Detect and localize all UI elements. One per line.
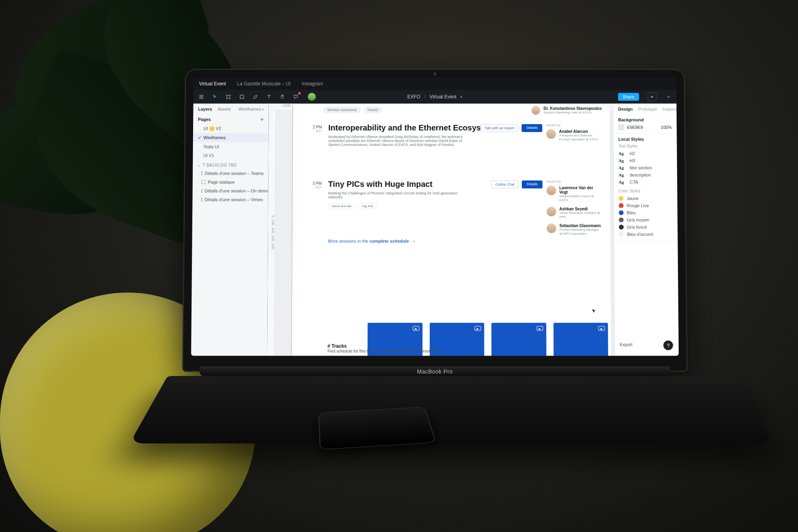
tab-layers[interactable]: Layers (198, 107, 212, 111)
chevron-down-icon: ▾ (262, 108, 264, 111)
color-swatch[interactable] (618, 125, 624, 130)
text-style-item[interactable]: AgH2 (618, 150, 672, 157)
layer-item[interactable]: Détails d'une session – On deman… (193, 186, 268, 195)
chevron-down-icon[interactable]: ▾ (460, 95, 462, 99)
tab-design[interactable]: Design (618, 107, 633, 111)
page-item[interactable]: UI 🟡 V2 (193, 124, 269, 133)
comment-tool-icon[interactable] (292, 93, 300, 101)
session-actions: Online Chat Details (491, 180, 543, 188)
speaker-name: Dr. Konstantinos Stavropoulos (543, 106, 602, 111)
add-page-button[interactable]: + (260, 116, 263, 123)
color-style-item[interactable]: Gris foncé (619, 223, 673, 231)
menu-icon[interactable] (198, 93, 205, 101)
text-style-item[interactable]: AgH3 (618, 157, 672, 164)
host-role: Product Marketing Manager @ MPI Corporat… (559, 228, 602, 235)
artboard-tags: Service Assurance Track2 (324, 107, 381, 113)
page-item[interactable]: UI V1 (193, 151, 268, 160)
page-item[interactable]: ✓Wireframes (193, 133, 269, 142)
color-style-item[interactable]: Rouge Live (619, 202, 673, 209)
host-name: Sebastian Glassmann (559, 223, 602, 228)
talk-expert-button[interactable]: Talk with an expert (480, 124, 519, 132)
text-style-item[interactable]: Agtitre section (618, 164, 672, 171)
laptop-lid: Virtual Event La Gazette Musicale – UI I… (182, 69, 687, 372)
window-tabs: Virtual Event La Gazette Musicale – UI I… (194, 77, 676, 90)
media-card[interactable] (492, 323, 546, 356)
background-hex[interactable]: E9E9E9 (627, 125, 643, 130)
text-style-item[interactable]: Agdescription (618, 171, 672, 178)
canvas[interactable]: -1000-800-600-400-2000200400600800 0 200… (267, 103, 614, 356)
local-styles-label: Local Styles (618, 137, 672, 142)
window-tab[interactable]: La Gazette Musicale – UI (237, 81, 290, 87)
layer-item[interactable]: Détails d'une session – Vimeo (192, 195, 268, 204)
session-hosts: Hosted by Lawrence Van der Vegt Subject … (547, 180, 603, 240)
host-name: Anabel Alarcon (559, 129, 602, 134)
window-tab[interactable]: Instagram (302, 81, 323, 87)
help-button[interactable]: ? (664, 340, 673, 350)
window-tab[interactable]: Virtual Event (199, 81, 226, 87)
text-styles-label: Text Styles (618, 144, 672, 148)
tag[interactable]: Tag #42 (358, 203, 377, 209)
tag[interactable]: Service Assurance (324, 107, 360, 113)
pages-section-header: Pages + (193, 114, 268, 124)
hand-tool-icon[interactable] (279, 93, 286, 101)
tab-prototype[interactable]: Prototype (638, 107, 657, 111)
tab-assets[interactable]: Assets (218, 107, 231, 111)
tracks-sub: Find schedule for this tracks, on demand… (328, 349, 440, 353)
page-selector[interactable]: Wireframes ▾ (239, 107, 264, 111)
color-style-item[interactable]: Gris moyen (619, 216, 673, 223)
tab-inspect[interactable]: Inspect (662, 107, 676, 111)
online-chat-button[interactable]: Online Chat (491, 180, 519, 188)
collaborator-avatar[interactable] (308, 93, 316, 101)
share-button[interactable]: Share (618, 93, 639, 101)
speaker-role: Solution Marketing Lead @ EXFO (543, 111, 602, 114)
shape-tool-icon[interactable] (238, 93, 246, 101)
tag[interactable]: Name and lab (328, 203, 355, 209)
speaker-row: Dr. Konstantinos Stavropoulos Solution M… (531, 106, 602, 115)
document-owner: EXFO (407, 94, 421, 99)
layer-item[interactable]: Détails d'une session – Teams (193, 169, 268, 178)
background-label: Background (618, 117, 672, 122)
workspace: Layers Assets Wireframes ▾ Pages + UI 🟡 … (191, 103, 679, 356)
webcam (433, 72, 437, 76)
artboard[interactable]: Service Assurance Track2 Dr. Konstantino… (291, 104, 611, 356)
background-opacity[interactable]: 100% (661, 125, 672, 130)
hosts-label: Hosted by (547, 180, 602, 183)
color-swatch (619, 210, 624, 215)
page-item[interactable]: Tests UI (193, 142, 269, 151)
session-time: 3 PMEST (307, 181, 322, 189)
zoom-menu[interactable] (664, 93, 672, 101)
image-icon (413, 326, 419, 331)
tag[interactable]: Track2 (363, 107, 381, 113)
text-tool-icon[interactable] (265, 93, 273, 101)
left-panel: Layers Assets Wireframes ▾ Pages + UI 🟡 … (191, 103, 269, 356)
host-row: Ashkan Seyedi Senior Research Scientist … (547, 207, 602, 219)
present-button[interactable] (648, 92, 657, 101)
avatar (531, 106, 540, 115)
layer-item[interactable]: Page statique (193, 178, 268, 186)
color-styles-label: Color Styles (618, 189, 672, 193)
color-swatch (619, 203, 624, 208)
move-tool-icon[interactable] (211, 93, 219, 101)
document-title[interactable]: EXFO / Virtual Event ▾ (407, 94, 462, 99)
pen-tool-icon[interactable] (251, 93, 259, 101)
ruler-vertical: 0 200 400 600 800 (267, 111, 276, 356)
color-swatch (619, 218, 624, 222)
avatar (547, 207, 556, 216)
more-sessions-link[interactable]: More sessions in the complete schedule→ (328, 239, 416, 243)
details-button[interactable]: Details (522, 124, 542, 132)
frame-icon (201, 198, 202, 202)
document-name: Virtual Event (430, 94, 457, 99)
color-style-item[interactable]: Bleu (619, 209, 673, 216)
phone (318, 407, 437, 450)
layer-group-header[interactable]: ⌄T BACKLOG TBD (193, 160, 268, 169)
session-description: Meeting the Challenges of Photonic Integ… (328, 191, 472, 199)
laptop-deck (130, 376, 772, 443)
media-card[interactable] (553, 323, 608, 356)
text-style-item[interactable]: AgCTA (618, 178, 672, 186)
details-button[interactable]: Details (522, 180, 543, 188)
frame-tool-icon[interactable] (224, 93, 232, 101)
image-icon (598, 326, 605, 331)
color-style-item[interactable]: Jaune (619, 195, 673, 202)
color-style-item[interactable]: Bleu d'accent (619, 231, 673, 238)
image-icon (536, 326, 543, 331)
